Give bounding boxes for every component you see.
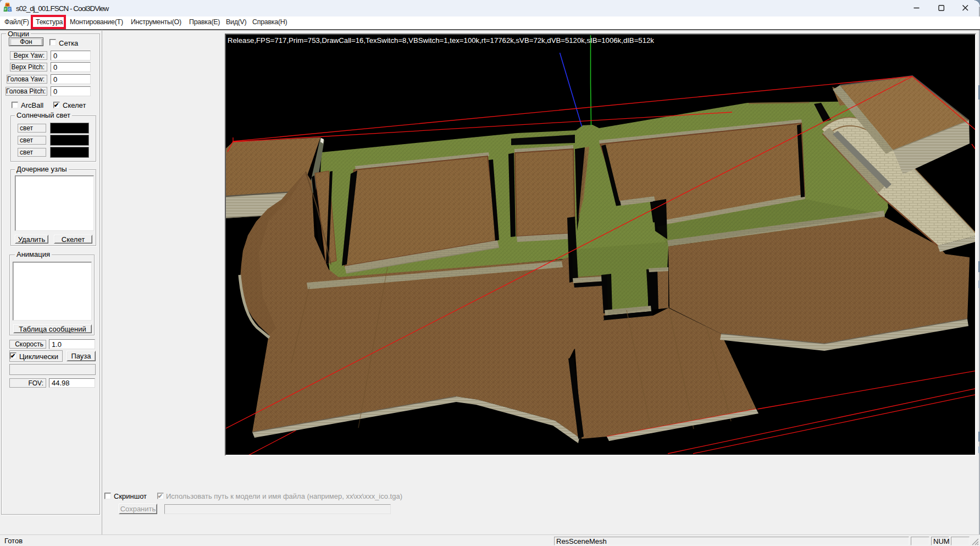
svg-text:F: F — [4, 8, 7, 11]
svg-text:Release,FPS=717,Prim=753,DrawC: Release,FPS=717,Prim=753,DrawCall=16,Tex… — [228, 36, 654, 45]
svg-text:C: C — [8, 8, 11, 11]
svg-text:M: M — [6, 3, 9, 7]
